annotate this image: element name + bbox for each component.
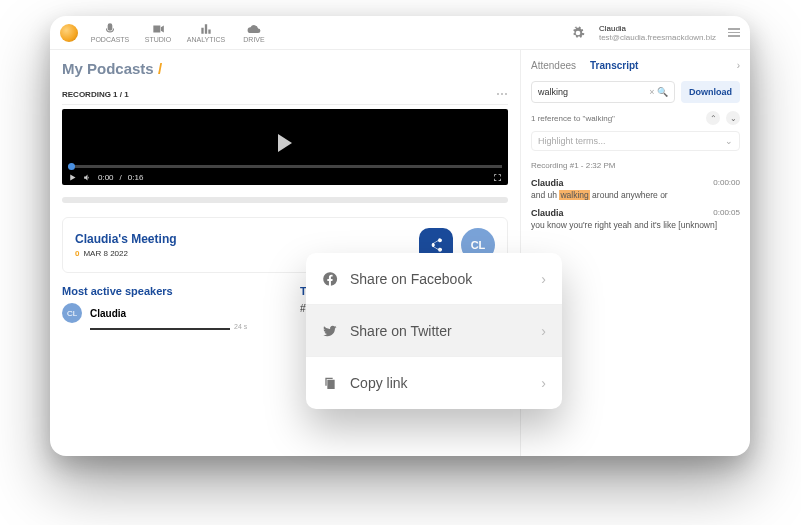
- transcript-tabs: Attendees Transcript ›: [531, 60, 740, 71]
- prev-match-button[interactable]: ⌃: [706, 111, 720, 125]
- time-current: 0:00: [98, 173, 114, 182]
- video-player[interactable]: 0:00 / 0:16: [62, 109, 508, 185]
- chevron-right-icon: ›: [541, 375, 546, 391]
- copy-link[interactable]: Copy link›: [306, 357, 562, 409]
- play-icon[interactable]: [278, 134, 292, 152]
- user-info[interactable]: Claudia test@claudia.freesmackdown.biz: [599, 24, 716, 42]
- tab-transcript[interactable]: Transcript: [590, 60, 638, 71]
- search-input[interactable]: walking × 🔍: [531, 81, 675, 103]
- highlight-dropdown[interactable]: Highlight terms... ⌄: [531, 131, 740, 151]
- speakers-heading: Most active speakers: [62, 285, 270, 297]
- settings-icon[interactable]: [571, 26, 585, 40]
- speaker-name: Claudia: [90, 308, 126, 319]
- recording-subheader: Recording #1 - 2:32 PM: [531, 161, 740, 170]
- transcript-entry[interactable]: Claudia0:00:05 you know you're right yea…: [531, 208, 740, 230]
- logo-icon: [60, 24, 78, 42]
- share-facebook[interactable]: Share on Facebook›: [306, 253, 562, 305]
- search-value: walking: [538, 87, 568, 97]
- waveform[interactable]: [62, 197, 508, 203]
- twitter-icon: [322, 323, 338, 339]
- speaker-avatar: CL: [62, 303, 82, 323]
- more-icon[interactable]: ⋯: [496, 87, 508, 101]
- chevron-right-icon[interactable]: ›: [737, 60, 740, 71]
- chevron-right-icon: ›: [541, 323, 546, 339]
- clear-search-icon[interactable]: × 🔍: [649, 87, 668, 97]
- recording-label: RECORDING 1 / 1: [62, 90, 129, 99]
- volume-icon[interactable]: [83, 173, 92, 182]
- meeting-date: 0MAR 8 2022: [75, 249, 177, 258]
- download-button[interactable]: Download: [681, 81, 740, 103]
- speakers-section: Most active speakers CL Claudia 24 s: [62, 285, 270, 330]
- recording-header: RECORDING 1 / 1 ⋯: [62, 87, 508, 105]
- play-small-icon[interactable]: [68, 173, 77, 182]
- facebook-icon: [322, 271, 338, 287]
- speaker-duration: 24 s: [234, 323, 247, 330]
- menu-icon[interactable]: [728, 28, 740, 37]
- reference-row: 1 reference to "walking" ⌃ ⌄: [531, 111, 740, 125]
- page-title: My Podcasts /: [62, 60, 508, 77]
- fullscreen-icon[interactable]: [493, 173, 502, 182]
- player-controls: 0:00 / 0:16: [62, 169, 508, 185]
- speaker-bar: [90, 328, 230, 330]
- transcript-entry[interactable]: Claudia0:00:00 and uh walking around any…: [531, 178, 740, 200]
- top-bar: PODCASTS STUDIO ANALYTICS DRIVE Claudia …: [50, 16, 750, 50]
- chevron-down-icon: ⌄: [725, 136, 733, 146]
- nav-drive[interactable]: DRIVE: [232, 22, 276, 43]
- copy-icon: [322, 375, 338, 391]
- chevron-right-icon: ›: [541, 271, 546, 287]
- next-match-button[interactable]: ⌄: [726, 111, 740, 125]
- time-total: 0:16: [128, 173, 144, 182]
- nav-podcasts[interactable]: PODCASTS: [88, 22, 132, 43]
- reference-text: 1 reference to "walking": [531, 114, 615, 123]
- user-email: test@claudia.freesmackdown.biz: [599, 33, 716, 42]
- progress-bar[interactable]: [68, 165, 502, 168]
- tab-attendees[interactable]: Attendees: [531, 60, 576, 71]
- nav-analytics[interactable]: ANALYTICS: [184, 22, 228, 43]
- user-name: Claudia: [599, 24, 716, 33]
- share-popover: Share on Facebook› Share on Twitter› Cop…: [306, 253, 562, 409]
- speaker-row[interactable]: CL Claudia: [62, 303, 270, 323]
- share-twitter[interactable]: Share on Twitter›: [306, 305, 562, 357]
- meeting-title: Claudia's Meeting: [75, 232, 177, 246]
- nav-studio[interactable]: STUDIO: [136, 22, 180, 43]
